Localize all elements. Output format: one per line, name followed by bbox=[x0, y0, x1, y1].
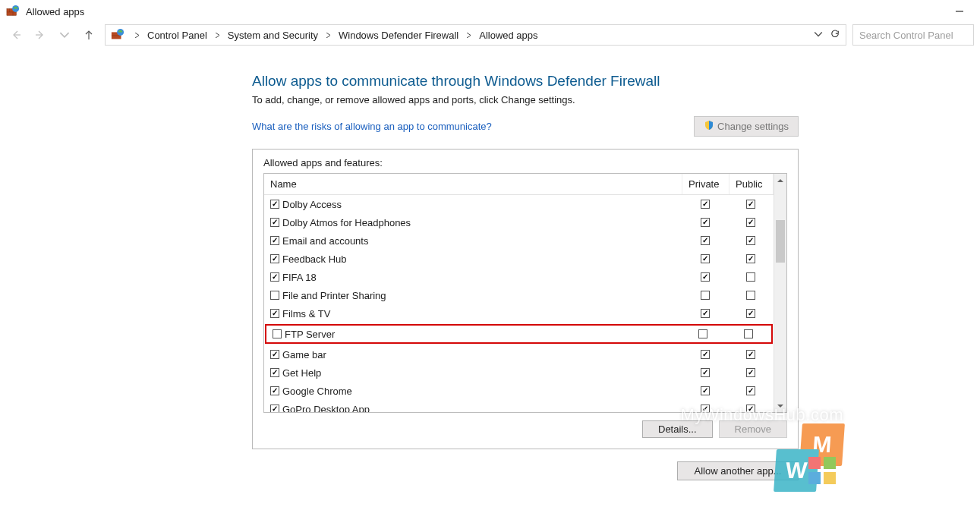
row-name-cell[interactable]: Feedback Hub bbox=[264, 253, 682, 265]
row-public-cell[interactable] bbox=[728, 405, 774, 412]
row-name-cell[interactable]: File and Printer Sharing bbox=[264, 290, 682, 301]
row-public-cell[interactable] bbox=[728, 254, 774, 263]
row-public-cell[interactable] bbox=[728, 291, 774, 300]
row-enabled-checkbox[interactable] bbox=[273, 329, 282, 338]
row-name-cell[interactable]: Get Help bbox=[264, 367, 682, 379]
breadcrumb-item[interactable]: Allowed apps bbox=[477, 27, 539, 43]
row-public-checkbox[interactable] bbox=[746, 254, 755, 263]
table-row[interactable]: Email and accounts bbox=[264, 231, 774, 250]
column-public[interactable]: Public bbox=[729, 174, 774, 194]
row-enabled-checkbox[interactable] bbox=[270, 272, 279, 282]
row-public-checkbox[interactable] bbox=[746, 350, 755, 359]
row-enabled-checkbox[interactable] bbox=[270, 236, 279, 245]
row-private-cell[interactable] bbox=[682, 272, 728, 282]
row-name-cell[interactable]: FTP Server bbox=[266, 329, 680, 340]
row-public-cell[interactable] bbox=[728, 309, 774, 318]
row-private-cell[interactable] bbox=[682, 405, 728, 412]
row-private-checkbox[interactable] bbox=[701, 350, 710, 359]
back-button[interactable] bbox=[6, 27, 26, 43]
row-private-checkbox[interactable] bbox=[701, 236, 710, 245]
breadcrumb-item[interactable]: System and Security bbox=[226, 27, 320, 43]
row-enabled-checkbox[interactable] bbox=[270, 200, 279, 209]
row-public-cell[interactable] bbox=[726, 329, 771, 338]
row-public-cell[interactable] bbox=[728, 368, 774, 377]
table-row[interactable]: Dolby Atmos for Headphones bbox=[264, 213, 774, 231]
search-input[interactable]: Search Control Panel bbox=[852, 24, 974, 46]
table-row[interactable]: Dolby Access bbox=[264, 195, 774, 213]
risks-link[interactable]: What are the risks of allowing an app to… bbox=[252, 121, 492, 132]
row-name-cell[interactable]: Game bar bbox=[264, 349, 682, 360]
refresh-button[interactable] bbox=[830, 30, 840, 41]
row-name-cell[interactable]: Films & TV bbox=[264, 308, 682, 320]
row-enabled-checkbox[interactable] bbox=[270, 291, 279, 300]
row-public-cell[interactable] bbox=[728, 272, 774, 282]
row-public-checkbox[interactable] bbox=[746, 368, 755, 377]
row-private-checkbox[interactable] bbox=[701, 218, 710, 227]
scroll-thumb[interactable] bbox=[776, 220, 785, 263]
row-name-cell[interactable]: Email and accounts bbox=[264, 235, 682, 247]
row-enabled-checkbox[interactable] bbox=[270, 368, 279, 377]
table-row[interactable]: File and Printer Sharing bbox=[264, 286, 774, 304]
row-name-cell[interactable]: FIFA 18 bbox=[264, 272, 682, 283]
row-name-cell[interactable]: Dolby Access bbox=[264, 199, 682, 210]
forward-button[interactable] bbox=[30, 27, 50, 43]
row-public-checkbox[interactable] bbox=[746, 272, 755, 282]
scrollbar[interactable] bbox=[774, 174, 786, 412]
chevron-right-icon[interactable] bbox=[209, 33, 226, 38]
row-enabled-checkbox[interactable] bbox=[270, 405, 279, 412]
row-public-cell[interactable] bbox=[728, 350, 774, 359]
row-private-checkbox[interactable] bbox=[701, 386, 710, 395]
breadcrumb-item[interactable]: Windows Defender Firewall bbox=[337, 27, 460, 43]
row-private-cell[interactable] bbox=[682, 236, 728, 245]
change-settings-button[interactable]: Change settings bbox=[694, 116, 799, 137]
row-public-cell[interactable] bbox=[728, 386, 774, 395]
row-public-checkbox[interactable] bbox=[746, 291, 755, 300]
table-row[interactable]: Get Help bbox=[264, 364, 774, 382]
recent-dropdown[interactable] bbox=[55, 27, 74, 43]
chevron-right-icon[interactable] bbox=[128, 33, 146, 38]
row-enabled-checkbox[interactable] bbox=[270, 254, 279, 263]
address-bar[interactable]: Control Panel System and Security Window… bbox=[105, 24, 846, 46]
chevron-right-icon[interactable] bbox=[460, 33, 477, 38]
address-dropdown[interactable] bbox=[814, 30, 823, 41]
table-row[interactable]: FTP Server bbox=[265, 324, 773, 344]
row-private-checkbox[interactable] bbox=[698, 329, 707, 338]
table-row[interactable]: Game bar bbox=[264, 345, 774, 364]
breadcrumb-item[interactable]: Control Panel bbox=[146, 27, 209, 43]
scroll-down-icon[interactable] bbox=[774, 399, 786, 412]
row-enabled-checkbox[interactable] bbox=[270, 309, 279, 318]
row-private-cell[interactable] bbox=[680, 329, 726, 338]
row-public-checkbox[interactable] bbox=[744, 329, 753, 338]
scroll-up-icon[interactable] bbox=[774, 174, 786, 187]
row-private-cell[interactable] bbox=[682, 291, 728, 300]
row-enabled-checkbox[interactable] bbox=[270, 386, 279, 395]
row-private-checkbox[interactable] bbox=[701, 272, 710, 282]
table-row[interactable]: GoPro Desktop App bbox=[264, 400, 774, 412]
row-private-checkbox[interactable] bbox=[701, 309, 710, 318]
row-public-checkbox[interactable] bbox=[746, 200, 755, 209]
row-public-cell[interactable] bbox=[728, 236, 774, 245]
row-private-checkbox[interactable] bbox=[701, 254, 710, 263]
row-public-checkbox[interactable] bbox=[746, 218, 755, 227]
chevron-right-icon[interactable] bbox=[320, 33, 337, 38]
row-public-cell[interactable] bbox=[728, 200, 774, 209]
row-private-cell[interactable] bbox=[682, 350, 728, 359]
column-private[interactable]: Private bbox=[682, 174, 729, 194]
row-private-checkbox[interactable] bbox=[701, 291, 710, 300]
row-private-cell[interactable] bbox=[682, 200, 728, 209]
allow-another-app-button[interactable]: Allow another app... bbox=[677, 461, 799, 480]
row-private-cell[interactable] bbox=[682, 218, 728, 227]
remove-button[interactable]: Remove bbox=[719, 420, 787, 438]
row-name-cell[interactable]: GoPro Desktop App bbox=[264, 404, 682, 413]
table-row[interactable]: Feedback Hub bbox=[264, 250, 774, 268]
up-button[interactable] bbox=[79, 27, 99, 43]
details-button[interactable]: Details... bbox=[642, 420, 713, 438]
row-private-cell[interactable] bbox=[682, 368, 728, 377]
row-private-cell[interactable] bbox=[682, 254, 728, 263]
row-private-checkbox[interactable] bbox=[701, 368, 710, 377]
table-row[interactable]: Google Chrome bbox=[264, 382, 774, 400]
row-public-checkbox[interactable] bbox=[746, 386, 755, 395]
column-name[interactable]: Name bbox=[264, 174, 682, 194]
row-private-checkbox[interactable] bbox=[701, 405, 710, 412]
row-public-checkbox[interactable] bbox=[746, 309, 755, 318]
